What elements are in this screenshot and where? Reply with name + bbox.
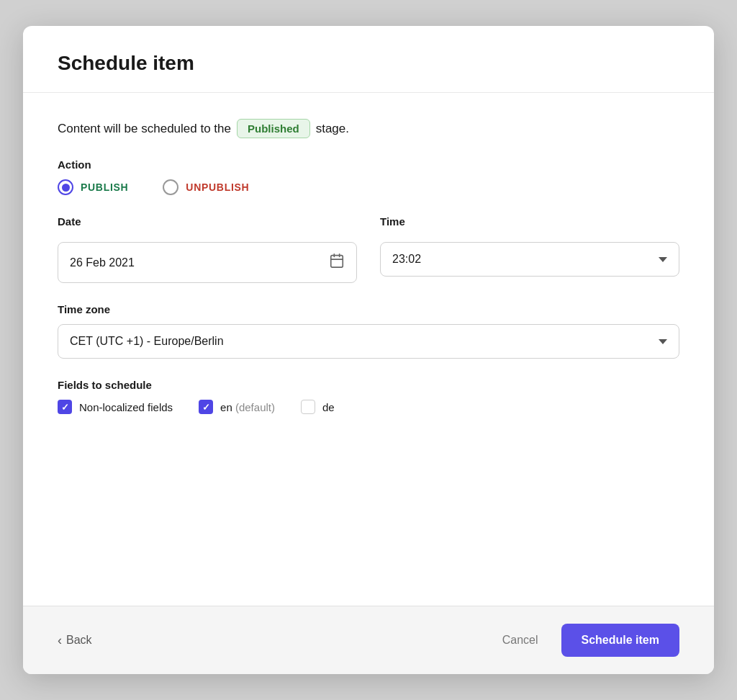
checkbox-non-localized-check: ✓: [61, 403, 69, 412]
dialog-footer: ‹ Back Cancel Schedule item: [23, 606, 714, 674]
footer-right: Cancel Schedule item: [497, 624, 679, 657]
checkbox-non-localized[interactable]: ✓ Non-localized fields: [58, 400, 173, 414]
checkboxes-row: ✓ Non-localized fields ✓ en (default): [58, 400, 679, 414]
action-section: Action PUBLISH UNPUBLISH: [58, 158, 679, 195]
stage-prefix: Content will be scheduled to the: [58, 122, 231, 136]
stage-suffix: stage.: [316, 122, 349, 136]
checkbox-en-box: ✓: [199, 400, 213, 414]
schedule-dialog: Schedule item Content will be scheduled …: [23, 26, 714, 674]
date-value: 26 Feb 2021: [70, 256, 135, 269]
stage-line: Content will be scheduled to the Publish…: [58, 119, 679, 138]
timezone-section: Time zone CET (UTC +1) - Europe/Berlin: [58, 303, 679, 359]
checkbox-en[interactable]: ✓ en (default): [199, 400, 275, 414]
date-field-group: Date 26 Feb 2021: [58, 215, 357, 283]
unpublish-radio-circle: [163, 179, 178, 195]
en-default-text: (default): [235, 401, 275, 413]
dialog-body: Content will be scheduled to the Publish…: [23, 93, 714, 606]
cancel-button[interactable]: Cancel: [497, 625, 544, 655]
checkbox-de-box: [301, 400, 315, 414]
publish-radio[interactable]: PUBLISH: [58, 179, 128, 195]
timezone-chevron-down-icon: [659, 339, 667, 344]
stage-badge: Published: [237, 119, 310, 138]
publish-radio-circle: [58, 179, 73, 195]
timezone-label: Time zone: [58, 303, 679, 315]
checkbox-en-check: ✓: [202, 403, 210, 412]
checkbox-de[interactable]: de: [301, 400, 335, 414]
checkbox-non-localized-box: ✓: [58, 400, 72, 414]
checkbox-en-label: en (default): [220, 401, 275, 413]
time-label: Time: [380, 215, 679, 228]
checkbox-non-localized-label: Non-localized fields: [79, 401, 173, 413]
timezone-select[interactable]: CET (UTC +1) - Europe/Berlin: [58, 324, 679, 359]
calendar-icon: [329, 253, 345, 272]
date-input[interactable]: 26 Feb 2021: [58, 242, 357, 283]
back-button[interactable]: ‹ Back: [58, 627, 92, 654]
action-label: Action: [58, 158, 679, 171]
timezone-value: CET (UTC +1) - Europe/Berlin: [70, 335, 224, 348]
time-select[interactable]: 23:02: [380, 242, 679, 277]
time-chevron-down-icon: [659, 257, 667, 262]
back-label: Back: [66, 634, 92, 647]
time-field-group: Time 23:02: [380, 215, 679, 283]
publish-radio-label: PUBLISH: [81, 181, 128, 193]
back-chevron-icon: ‹: [58, 633, 62, 648]
dialog-header: Schedule item: [23, 26, 714, 93]
checkbox-de-label: de: [322, 401, 335, 413]
schedule-button[interactable]: Schedule item: [561, 624, 679, 657]
unpublish-radio[interactable]: UNPUBLISH: [163, 179, 249, 195]
dialog-title: Schedule item: [58, 52, 679, 75]
fields-section: Fields to schedule ✓ Non-localized field…: [58, 379, 679, 414]
radio-group: PUBLISH UNPUBLISH: [58, 179, 679, 195]
svg-rect-0: [331, 256, 343, 268]
unpublish-radio-label: UNPUBLISH: [186, 181, 249, 193]
date-time-row: Date 26 Feb 2021 Time: [58, 215, 679, 283]
time-value: 23:02: [392, 253, 421, 266]
date-label: Date: [58, 215, 357, 228]
fields-label: Fields to schedule: [58, 379, 679, 391]
